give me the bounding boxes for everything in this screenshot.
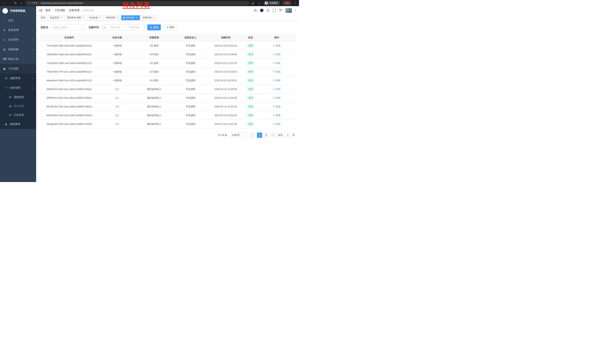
approve-label: 审批 bbox=[276, 79, 281, 82]
tab-close-icon[interactable]: × bbox=[152, 16, 155, 19]
avatar-caret-icon[interactable]: ▾ bbox=[295, 9, 296, 11]
approve-link[interactable]: ✎审批 bbox=[273, 105, 281, 108]
tab-my-process[interactable]: 我的流程× bbox=[104, 15, 120, 20]
process-name-input[interactable] bbox=[51, 24, 84, 30]
edit-icon: ✎ bbox=[273, 122, 275, 125]
cell-initiator: 芋道源码 bbox=[173, 85, 208, 94]
cell-process: OA 请假 bbox=[136, 67, 173, 76]
sidebar-item-process-mgmt[interactable]: ≣流程管理∨ bbox=[0, 73, 36, 83]
fullscreen-icon[interactable] bbox=[273, 9, 276, 12]
browser-menu-icon[interactable]: ⋮ bbox=[294, 2, 297, 5]
eye-icon: ◉ bbox=[8, 105, 12, 108]
sidebar-item-leave-query[interactable]: ♟请假查询 bbox=[0, 119, 36, 129]
sidebar-item-payment[interactable]: ¥支付管理∨ bbox=[0, 35, 36, 45]
chevron-up-icon: ∧ bbox=[32, 87, 33, 89]
prev-page-button[interactable]: ‹ bbox=[250, 133, 255, 138]
page-button-2[interactable]: 2 bbox=[264, 133, 269, 138]
tab-close-icon[interactable]: × bbox=[60, 16, 62, 19]
sidebar-item-label: 流程管理 bbox=[10, 77, 20, 80]
dashboard-icon: ◔ bbox=[3, 19, 6, 22]
table-body: 73211d9d-7b9b-11ec-b5b7-acde48001122一级审批… bbox=[40, 41, 295, 128]
sidebar-item-system[interactable]: ⚙系统管理∨ bbox=[0, 25, 36, 35]
page-button-1[interactable]: 1 bbox=[257, 133, 262, 138]
approve-link[interactable]: ✎审批 bbox=[273, 114, 281, 117]
column-header: 创建时间 bbox=[208, 34, 243, 41]
cell-id: 8f0d1619-7ac8-11ec-a9e2-a2380e71991a bbox=[40, 85, 99, 94]
tab-todo-tasks[interactable]: 待办任务× bbox=[121, 15, 140, 20]
approve-link[interactable]: ✎审批 bbox=[273, 44, 281, 47]
approve-label: 审批 bbox=[276, 105, 281, 108]
tab-close-icon[interactable]: × bbox=[135, 16, 138, 19]
reset-button[interactable]: ↻ 重置 bbox=[164, 24, 177, 30]
approve-link[interactable]: ✎审批 bbox=[273, 96, 281, 100]
tab-done-tasks[interactable]: 已办任务× bbox=[87, 15, 103, 20]
task-table: 任务编号任务名称所属流程流程发起人创建时间状态操作 73211d9d-7b9b-… bbox=[40, 34, 295, 129]
tab-form-edit[interactable]: 流程表单-编辑× bbox=[65, 15, 86, 20]
breadcrumb-item[interactable]: 任务管理 bbox=[69, 9, 79, 12]
tab-bar: 首页发起流程×流程表单-编辑×已办任务×我的流程×待办任务×流程详情× bbox=[36, 15, 299, 21]
next-page-button[interactable]: › bbox=[271, 133, 276, 138]
sidebar-toggle-icon[interactable] bbox=[39, 9, 43, 12]
tab-home[interactable]: 首页 bbox=[39, 15, 47, 20]
sidebar-item-my-process[interactable]: ✉我的流程 bbox=[0, 93, 36, 102]
bookmark-star-icon[interactable]: ☆ bbox=[257, 2, 261, 4]
sidebar-item-todo-tasks[interactable]: ◉待办任务 bbox=[0, 102, 36, 111]
cell-id: 73211d9d-7b9b-11ec-b5b7-acde48001122 bbox=[40, 41, 99, 50]
search-button[interactable]: 搜索 bbox=[147, 24, 161, 30]
help-icon[interactable]: ? bbox=[266, 9, 270, 12]
sidebar-item-home[interactable]: ◔首页 bbox=[0, 16, 36, 25]
approve-link[interactable]: ✎审批 bbox=[273, 61, 281, 65]
chevron-down-icon: ∨ bbox=[32, 49, 33, 50]
address-bar[interactable]: ⚠ 不安全 dashboard.yudao.iocoder.cn/bpm/tas… bbox=[25, 1, 249, 5]
home-icon[interactable]: ⌂ bbox=[20, 2, 23, 4]
approve-link[interactable]: ✎审批 bbox=[273, 53, 281, 56]
user-avatar[interactable] bbox=[285, 8, 292, 13]
forward-icon[interactable]: → bbox=[8, 2, 11, 4]
cell-status: 激活 bbox=[243, 94, 258, 102]
refresh-icon[interactable]: ↻ bbox=[14, 2, 17, 4]
sidebar-item-infrastructure[interactable]: ▤基础设施∨ bbox=[0, 45, 36, 54]
status-badge: 激活 bbox=[247, 78, 255, 83]
sidebar-item-task-mgmt[interactable]: ⚐任务管理∧ bbox=[0, 83, 36, 93]
approve-link[interactable]: ✎审批 bbox=[273, 122, 281, 126]
status-badge: 激活 bbox=[247, 96, 255, 100]
status-badge: 激活 bbox=[247, 52, 255, 57]
approve-link[interactable]: ✎审批 bbox=[273, 79, 281, 82]
key-icon[interactable] bbox=[252, 2, 255, 5]
page-size-select[interactable]: 10条/页 ∨ bbox=[230, 133, 248, 138]
tab-label: 发起流程 bbox=[50, 16, 59, 19]
tab-process-detail[interactable]: 流程详情× bbox=[141, 15, 157, 20]
approve-link[interactable]: ✎审批 bbox=[273, 88, 281, 91]
cell-id: 725a1eb6-7b88-11ec-8ef0-acde48001122 bbox=[40, 59, 99, 67]
tab-start-process[interactable]: 发起流程× bbox=[48, 15, 64, 20]
table-row: 8f059c03-7ac8-11ec-a9e2-a2380e71991a1.1测… bbox=[40, 94, 295, 102]
tab-close-icon[interactable]: × bbox=[99, 16, 101, 19]
active-tab-dot-icon bbox=[123, 17, 125, 18]
edit-icon: ✎ bbox=[273, 62, 275, 65]
chevron-down-icon: ∨ bbox=[32, 29, 33, 31]
breadcrumb-item[interactable]: 工作流程 bbox=[55, 9, 65, 12]
font-size-icon[interactable]: TT bbox=[279, 9, 282, 12]
update-button[interactable]: 更新 bbox=[282, 1, 291, 5]
tab-close-icon[interactable]: × bbox=[82, 16, 84, 19]
tab-close-icon[interactable]: × bbox=[116, 16, 119, 19]
sidebar-item-workflow[interactable]: ▣工作流程∧ bbox=[0, 64, 36, 73]
approve-label: 审批 bbox=[276, 53, 281, 56]
sidebar-item-devtools[interactable]: ⌨研发工具∨ bbox=[0, 54, 36, 64]
table-row: 381aa1dd-7ac8-11ec-a9e2-a2380e71991a1.2测… bbox=[40, 120, 295, 128]
topbar: 首页/工作流程/任务管理/待办任务 ? TT ▾ bbox=[36, 6, 299, 15]
tab-label: 流程表单-编辑 bbox=[67, 16, 81, 19]
goto-page-input[interactable] bbox=[284, 133, 291, 138]
cell-name: 1.2 bbox=[99, 85, 136, 94]
approve-link[interactable]: ✎审批 bbox=[273, 70, 281, 73]
github-icon[interactable] bbox=[260, 9, 263, 12]
date-range-picker[interactable]: ▦ 开始日期 - 结束日期 bbox=[101, 24, 144, 30]
cell-time: 2022-01-22 21:37:30 bbox=[208, 59, 243, 67]
sidebar-item-done-tasks[interactable]: ⇄已办任务 bbox=[0, 111, 36, 119]
breadcrumb-item[interactable]: 首页 bbox=[45, 9, 50, 12]
back-icon[interactable]: ← bbox=[2, 2, 6, 4]
search-icon[interactable] bbox=[254, 9, 257, 12]
cell-status: 激活 bbox=[243, 41, 258, 50]
reset-button-label: 重置 bbox=[169, 26, 174, 29]
cell-name: 1.1 bbox=[99, 111, 136, 120]
